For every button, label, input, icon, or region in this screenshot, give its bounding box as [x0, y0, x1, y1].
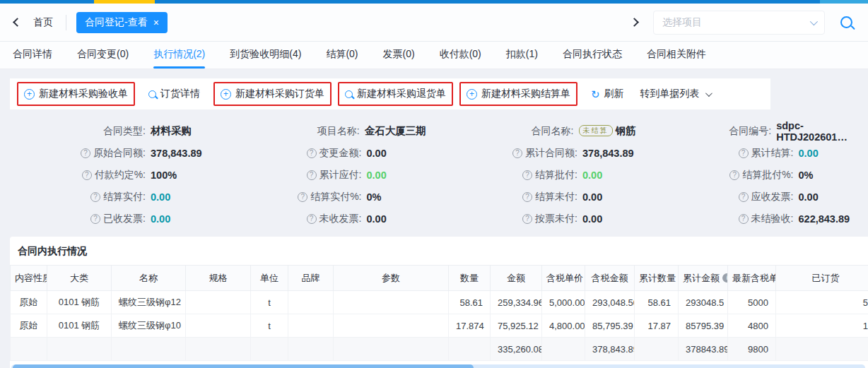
help-icon[interactable]	[739, 214, 749, 224]
new-material-purchase-settlement-button[interactable]: 新建材料采购结算单	[459, 82, 577, 106]
field-change-amount: 变更金额: 0.00	[216, 142, 433, 164]
tab-contract-exec-state[interactable]: 合同执行状态	[561, 42, 623, 69]
project-select[interactable]: 选择项目	[653, 11, 825, 35]
help-icon[interactable]	[307, 170, 317, 180]
field-label: 变更金额:	[319, 147, 362, 160]
help-icon[interactable]	[729, 170, 739, 180]
search-icon[interactable]	[840, 16, 852, 28]
total-cell	[776, 338, 868, 361]
tab-bar: 合同详情 合同变更(0) 执行情况(2) 到货验收明细(4) 结算(0) 发票(…	[0, 42, 868, 69]
help-icon[interactable]	[522, 192, 532, 202]
field-value: 金石大厦三期	[365, 124, 426, 138]
table-title: 合同内执行情况	[10, 243, 868, 265]
tab-deduction[interactable]: 扣款(1)	[505, 42, 539, 69]
help-icon[interactable]	[307, 214, 317, 224]
help-icon[interactable]	[512, 148, 522, 158]
total-cell	[449, 338, 491, 361]
total-cell	[251, 338, 288, 361]
col-latest-tax-price: 最新含税单价	[728, 266, 776, 291]
cell-content-nature: 原始	[11, 314, 47, 338]
cell-ordered: 1	[776, 314, 868, 338]
field-value: 0.00	[799, 148, 819, 159]
help-icon[interactable]	[298, 192, 307, 202]
field-value: 0.00	[367, 170, 387, 181]
collapse-chevron-icon[interactable]	[630, 18, 639, 27]
cell-latest-tax-price: 4800	[728, 314, 776, 338]
help-icon[interactable]	[90, 214, 100, 224]
field-value: 0%	[367, 191, 382, 203]
tab-contract-detail[interactable]: 合同详情	[11, 42, 54, 69]
field-label: 结算实付:	[103, 191, 146, 203]
tab-contract-attachments[interactable]: 合同相关附件	[645, 42, 708, 69]
help-icon[interactable]	[522, 170, 532, 180]
col-tax-amount: 含税金额	[585, 266, 635, 291]
field-label: 已收发票:	[103, 213, 146, 225]
button-label: 新建材料采购验收单	[39, 88, 128, 100]
cell-latest-tax-price: 5000	[728, 291, 776, 314]
tab-settlement[interactable]: 结算(0)	[324, 42, 359, 69]
execution-table-card: 合同内执行情况 内容性质 大类 名称 规格 单位 品牌 参数 数量 金额 含税单…	[10, 237, 868, 368]
tab-contract-change[interactable]: 合同变更(0)	[76, 42, 130, 69]
back-icon[interactable]	[13, 18, 22, 27]
total-cell	[186, 338, 251, 361]
cell-cum-quantity: 58.61	[635, 291, 679, 314]
field-label: 应收发票:	[751, 191, 794, 203]
order-detail-button[interactable]: 订货详情	[141, 82, 207, 106]
total-cell	[47, 338, 112, 361]
horizontal-scrollbar-thumb[interactable]	[13, 364, 474, 368]
col-brand: 品牌	[288, 266, 334, 291]
header-bar: 首页 合同登记-查看 选择项目	[0, 4, 868, 42]
field-unreceived-invoice: 未收发票: 0.00	[216, 208, 433, 230]
cell-content-nature: 原始	[11, 291, 47, 314]
new-material-purchase-acceptance-button[interactable]: 新建材料采购验收单	[17, 82, 135, 106]
field-label: 按票未付:	[535, 213, 577, 225]
table-row[interactable]: 原始 0101 钢筋 螺纹三级钢φ10 t 17.874 75,925.12 4…	[11, 314, 868, 338]
table-row[interactable]: 原始 0101 钢筋 螺纹三级钢φ12 t 58.61 259,334.96 5…	[11, 291, 868, 314]
home-link[interactable]: 首页	[33, 16, 53, 29]
help-icon[interactable]	[739, 192, 749, 202]
tab-payments[interactable]: 收付款(0)	[438, 42, 483, 69]
help-icon[interactable]	[90, 192, 100, 202]
horizontal-scrollbar-track[interactable]	[11, 364, 865, 368]
total-cell-latest-price: 9800	[728, 338, 776, 361]
goto-document-list-dropdown[interactable]: 转到单据列表	[633, 82, 717, 106]
col-amount: 金额	[491, 266, 542, 291]
field-value: 100%	[151, 170, 177, 181]
field-payment-agreement-pct: 付款约定%: 100%	[0, 164, 216, 186]
col-ordered: 已订货	[776, 266, 868, 291]
info-icon[interactable]	[722, 273, 728, 283]
field-value: 0.00	[799, 191, 819, 203]
field-label: 结算未付:	[535, 191, 577, 203]
button-label: 新建材料采购结算单	[481, 88, 570, 100]
new-material-purchase-return-button[interactable]: 新建材料采购退货单	[338, 82, 453, 106]
help-icon[interactable]	[307, 148, 317, 158]
field-value: 0.00	[151, 213, 170, 225]
field-value: 378,843.89	[151, 148, 202, 159]
field-value: 0%	[799, 170, 814, 181]
col-category: 大类	[47, 266, 112, 291]
field-label: 合同类型:	[103, 125, 146, 138]
window-tab-contract-view[interactable]: 合同登记-查看	[76, 12, 168, 33]
help-icon[interactable]	[739, 148, 749, 158]
field-value: 0.00	[582, 170, 602, 181]
tab-execution-status[interactable]: 执行情况(2)	[152, 42, 206, 69]
header-label: 累计金额	[683, 272, 720, 285]
cell-quantity: 58.61	[449, 291, 491, 314]
new-material-purchase-order-button[interactable]: 新建材料采购订货单	[213, 82, 332, 106]
col-tax-unit-price: 含税单价	[542, 266, 585, 291]
field-settlement-batch-pay-pct: 结算批付%: 0%	[648, 164, 864, 186]
chevron-down-icon	[810, 17, 818, 25]
close-icon[interactable]	[153, 17, 159, 28]
field-project-name: 项目名称: 金石大厦三期	[214, 120, 428, 142]
help-icon[interactable]	[81, 148, 90, 158]
header-label: 累计数量	[639, 272, 676, 285]
window-tab-label: 合同登记-查看	[85, 16, 148, 29]
tab-invoice[interactable]: 发票(0)	[382, 42, 416, 69]
tab-arrival-acceptance[interactable]: 到货验收明细(4)	[228, 42, 303, 69]
help-icon[interactable]	[82, 170, 92, 180]
field-value: 378,843.89	[582, 148, 634, 159]
search-icon	[148, 90, 156, 98]
help-icon[interactable]	[522, 214, 532, 224]
plus-circle-icon	[24, 89, 35, 100]
refresh-button[interactable]: 刷新	[584, 82, 631, 106]
